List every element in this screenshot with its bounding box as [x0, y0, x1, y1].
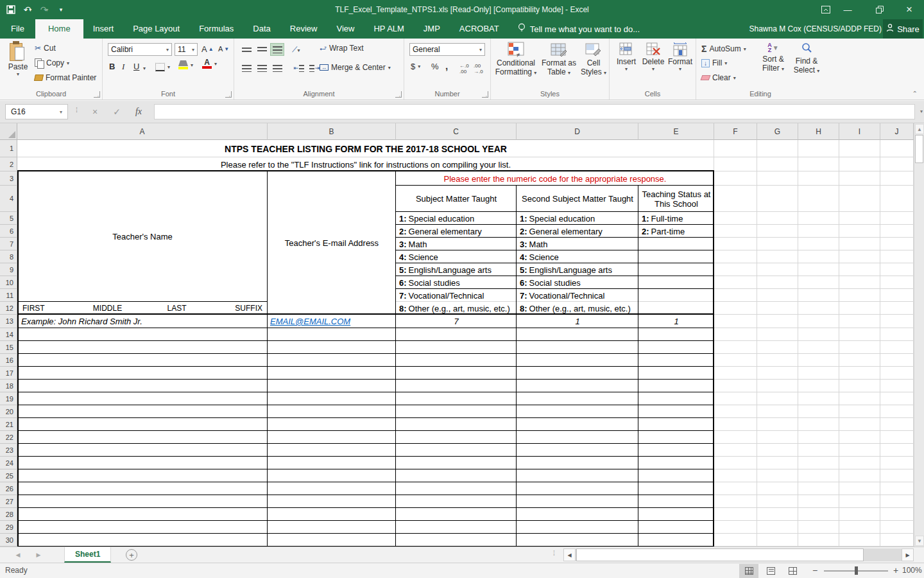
tab-page-layout[interactable]: Page Layout — [123, 19, 189, 39]
horizontal-scroll-thumb[interactable] — [576, 548, 864, 561]
align-center-button[interactable] — [255, 62, 269, 74]
scroll-right-icon[interactable]: ▶ — [902, 548, 914, 561]
cell-subject-code-6[interactable]: 6:Social studies — [397, 276, 515, 289]
column-header-C[interactable]: C — [396, 123, 517, 140]
collapse-ribbon-button[interactable]: ⌃ — [912, 90, 918, 97]
row-header-28[interactable]: 28 — [0, 508, 17, 521]
row-header-13[interactable]: 13 — [0, 315, 17, 328]
row-header-7[interactable]: 7 — [0, 238, 17, 250]
increase-font-button[interactable]: A▲ — [201, 44, 214, 54]
cell-subtitle[interactable]: Please refer to the "TLF Instructions" l… — [19, 157, 713, 171]
row-header-27[interactable]: 27 — [0, 495, 17, 508]
cell-example-second-subject[interactable]: 1 — [518, 315, 637, 328]
name-box[interactable]: G16▾ — [5, 104, 68, 119]
column-header-A[interactable]: A — [17, 123, 268, 140]
tab-view[interactable]: View — [327, 19, 364, 39]
scroll-up-icon[interactable]: ▲ — [915, 124, 924, 134]
row-header-15[interactable]: 15 — [0, 341, 17, 354]
row-header-10[interactable]: 10 — [0, 276, 17, 289]
conditional-formatting-button[interactable]: ≠ ConditionalFormatting ▾ — [495, 42, 537, 78]
ribbon-display-options-icon[interactable] — [815, 0, 837, 19]
insert-function-icon[interactable]: fx — [130, 104, 148, 119]
cell-email-header[interactable]: Teacher's E-mail Address — [269, 171, 395, 315]
decrease-indent-button[interactable]: ⇤ — [292, 62, 306, 74]
prev-sheet-icon[interactable]: ◀ — [9, 547, 27, 563]
font-family-combo[interactable]: Calibri▾ — [108, 43, 172, 56]
row-header-24[interactable]: 24 — [0, 457, 17, 469]
font-size-combo[interactable]: 11▾ — [175, 43, 198, 56]
cell-status-header[interactable]: Teaching Status at This School — [640, 186, 713, 212]
italic-button[interactable]: I — [122, 62, 124, 72]
column-header-B[interactable]: B — [268, 123, 396, 140]
cell-second-subject-code-4[interactable]: 4:Science — [518, 250, 637, 263]
row-header-4[interactable]: 4 — [0, 186, 17, 212]
tab-hp-alm[interactable]: HP ALM — [364, 19, 413, 39]
cell-subject-code-3[interactable]: 3:Math — [397, 238, 515, 250]
cell-second-subject-code-8[interactable]: 8:Other (e.g., art, music, etc.) — [518, 302, 637, 315]
cell-teachers-name[interactable]: Teacher's Name — [19, 171, 266, 302]
clear-button[interactable]: Clear▾ — [701, 73, 736, 82]
align-left-button[interactable] — [239, 62, 253, 74]
normal-view-button[interactable] — [739, 564, 758, 578]
cell-second-subject-code-5[interactable]: 5:English/Language arts — [518, 263, 637, 276]
vertical-scroll-thumb[interactable] — [915, 135, 923, 163]
cut-button[interactable]: ✂Cut — [35, 44, 56, 53]
sort-filter-button[interactable]: AZ▼ Sort &Filter ▾ — [758, 42, 789, 74]
column-header-F[interactable]: F — [714, 123, 757, 140]
row-header-25[interactable]: 25 — [0, 469, 17, 482]
scroll-left-icon[interactable]: ◀ — [563, 548, 576, 561]
number-format-combo[interactable]: General▾ — [409, 43, 485, 56]
borders-button[interactable]: ▾ — [155, 63, 170, 71]
row-header-16[interactable]: 16 — [0, 354, 17, 367]
zoom-percent[interactable]: 100% — [902, 563, 922, 578]
account-name[interactable]: Shawna M Cox (CENSUS/ADDP FED) — [749, 19, 882, 39]
row-header-29[interactable]: 29 — [0, 521, 17, 534]
zoom-out-button[interactable]: − — [812, 563, 817, 578]
formula-input[interactable] — [154, 104, 915, 119]
clipboard-dialog-launcher[interactable] — [94, 91, 100, 98]
bold-button[interactable]: B — [109, 62, 115, 71]
format-as-table-button[interactable]: Format asTable ▾ — [540, 42, 578, 78]
cell-title[interactable]: NTPS TEACHER LISTING FORM FOR THE 2017-1… — [19, 140, 713, 157]
find-select-button[interactable]: Find &Select ▾ — [791, 42, 822, 76]
cell-styles-button[interactable]: CellStyles ▾ — [579, 42, 608, 78]
paste-button[interactable]: Paste▾ — [5, 42, 31, 77]
row-header-18[interactable]: 18 — [0, 380, 17, 392]
font-dialog-launcher[interactable] — [225, 91, 232, 98]
close-button[interactable]: × — [898, 0, 920, 19]
cell-example-subject[interactable]: 7 — [397, 315, 515, 328]
cell-subject-header[interactable]: Subject Matter Taught — [397, 186, 515, 212]
row-header-9[interactable]: 9 — [0, 263, 17, 276]
cell-second-subject-code-2[interactable]: 2:General elementary — [518, 225, 637, 238]
new-sheet-button[interactable]: + — [126, 549, 137, 561]
tab-data[interactable]: Data — [243, 19, 280, 39]
page-layout-view-button[interactable] — [761, 564, 780, 578]
insert-cells-button[interactable]: Insert▾ — [613, 42, 639, 72]
cell-second-subject-code-1[interactable]: 1:Special education — [518, 212, 637, 225]
align-top-button[interactable] — [239, 43, 253, 56]
restore-button[interactable] — [869, 0, 891, 19]
tab-review[interactable]: Review — [280, 19, 327, 39]
sheet-tab-sheet1[interactable]: Sheet1 — [64, 547, 111, 563]
number-dialog-launcher[interactable] — [482, 91, 488, 98]
wrap-text-button[interactable]: ⮐Wrap Text — [320, 44, 364, 53]
row-header-5[interactable]: 5 — [0, 212, 17, 225]
row-header-20[interactable]: 20 — [0, 405, 17, 418]
column-header-D[interactable]: D — [517, 123, 638, 140]
scroll-down-icon[interactable]: ▼ — [915, 536, 924, 546]
align-right-button[interactable] — [270, 62, 284, 74]
minimize-button[interactable]: — — [837, 0, 859, 19]
cell-second-subject-code-7[interactable]: 7:Vocational/Technical — [518, 289, 637, 302]
decrease-font-button[interactable]: A▼ — [218, 45, 229, 53]
cell-status-code-1[interactable]: 1:Full-time — [640, 212, 713, 225]
zoom-in-button[interactable]: + — [893, 563, 898, 578]
enter-icon[interactable]: ✓ — [108, 104, 126, 119]
cell-example-name[interactable]: Example: John Richard Smith Jr. — [19, 315, 266, 328]
tab-file[interactable]: File — [0, 19, 35, 39]
autosum-button[interactable]: ΣAutoSum▾ — [701, 44, 746, 54]
percent-button[interactable]: % — [431, 62, 439, 71]
format-cells-button[interactable]: Format▾ — [667, 42, 693, 72]
underline-button[interactable]: U — [133, 62, 139, 71]
underline-dropdown[interactable]: ▾ — [143, 66, 146, 71]
column-header-J[interactable]: J — [880, 123, 914, 140]
